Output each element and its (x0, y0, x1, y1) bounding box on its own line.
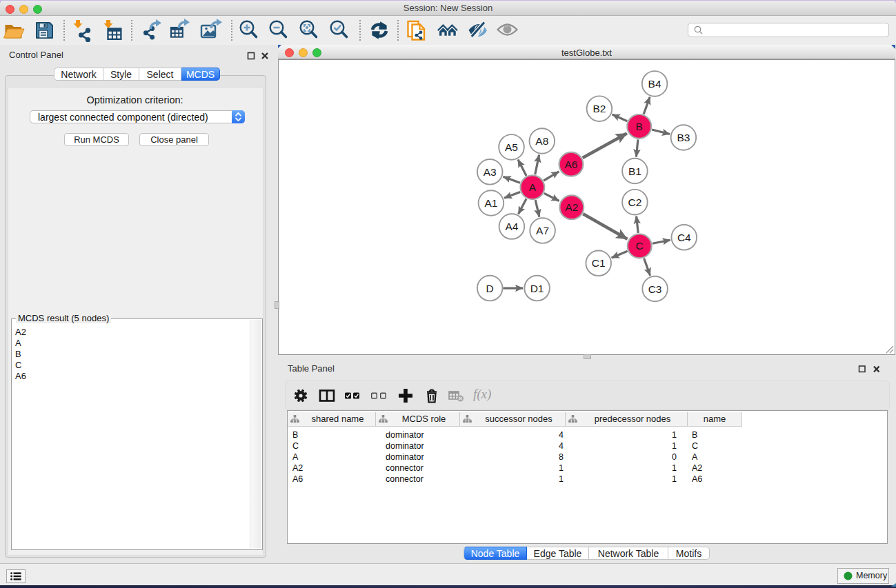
svg-text:B2: B2 (593, 103, 606, 114)
svg-text:D1: D1 (530, 283, 544, 294)
svg-text:C: C (636, 240, 644, 252)
svg-text:A: A (529, 181, 537, 193)
svg-text:B3: B3 (677, 132, 690, 143)
svg-text:A3: A3 (484, 166, 497, 178)
svg-text:B: B (636, 121, 643, 132)
svg-text:A4: A4 (505, 221, 518, 232)
svg-text:A6: A6 (565, 159, 578, 170)
svg-text:C2: C2 (628, 196, 641, 208)
svg-text:C4: C4 (677, 232, 691, 243)
svg-text:D: D (486, 283, 494, 294)
svg-text:A8: A8 (535, 135, 548, 147)
svg-text:B1: B1 (628, 165, 641, 177)
svg-text:A2: A2 (565, 201, 578, 213)
svg-text:A5: A5 (505, 141, 518, 153)
svg-text:A1: A1 (484, 197, 497, 209)
svg-text:B4: B4 (648, 78, 661, 90)
svg-text:C1: C1 (592, 257, 606, 269)
svg-text:A7: A7 (536, 225, 549, 236)
svg-text:C3: C3 (648, 283, 662, 295)
